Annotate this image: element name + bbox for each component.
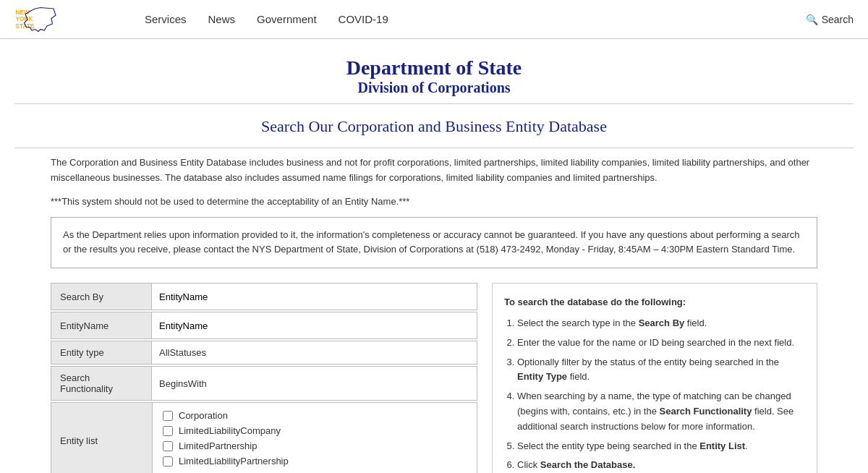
entity-type-label: Entity type — [51, 341, 152, 365]
checkbox-llc: LimitedLiabilityCompany — [163, 425, 467, 436]
checkbox-llc-label: LimitedLiabilityCompany — [179, 425, 281, 436]
checkbox-corporation-input[interactable] — [163, 411, 173, 421]
search-func-label: Search Functionality — [51, 366, 152, 401]
checkbox-llp: LimitedLiabilityPartnership — [163, 456, 467, 466]
instruction-step-4: When searching by a name, the type of ma… — [517, 389, 805, 434]
disclaimer-box: As the Department relies upon informatio… — [51, 217, 817, 269]
search-by-input[interactable] — [152, 284, 477, 310]
entity-list-row: Entity list Corporation LimitedLiability… — [51, 402, 477, 473]
checkbox-lp-label: LimitedPartnership — [179, 440, 257, 451]
checkbox-lp: LimitedPartnership — [163, 440, 467, 451]
dept-title: Department of State — [14, 56, 854, 80]
nav-government[interactable]: Government — [257, 13, 317, 25]
step3-bold: Entity Type — [517, 371, 567, 382]
entity-name-input-cell[interactable] — [152, 312, 477, 339]
instruction-box: To search the database do the following:… — [492, 283, 817, 473]
step5-bold: Entity List — [699, 440, 745, 451]
checkbox-corporation-label: Corporation — [179, 410, 228, 421]
step6-bold: Search the Database. — [540, 459, 636, 470]
header: NEW YORK STATE Services News Government … — [0, 0, 868, 39]
warning-text: ***This system should not be used to det… — [51, 196, 817, 207]
main-content: The Corporation and Business Entity Data… — [36, 148, 832, 473]
checkbox-llp-input[interactable] — [163, 456, 173, 466]
instruction-step-6: Click Search the Database. — [517, 458, 805, 473]
checkbox-corporation: Corporation — [163, 410, 467, 421]
search-func-value[interactable]: BeginsWith — [152, 366, 477, 401]
ny-state-logo: NEW YORK STATE — [14, 3, 58, 36]
entity-name-label: EntityName — [51, 312, 152, 339]
entity-name-row: EntityName — [51, 312, 477, 339]
page-header: Department of State Division of Corporat… — [0, 39, 868, 148]
form-section: Search By EntityName Entity type AllStat… — [51, 283, 477, 473]
instruction-list: Select the search type in the Search By … — [504, 316, 805, 473]
search-func-row: Search Functionality BeginsWith — [51, 366, 477, 401]
step1-bold: Search By — [639, 318, 685, 328]
form-instruction-row: Search By EntityName Entity type AllStat… — [51, 283, 817, 473]
checkbox-lp-input[interactable] — [163, 441, 173, 451]
nav-links: Services News Government COVID-19 — [130, 13, 806, 25]
search-heading: Search Our Corporation and Business Enti… — [14, 117, 854, 136]
entity-list-checks: Corporation LimitedLiabilityCompany Limi… — [153, 403, 477, 473]
instruction-step-3: Optionally filter by the status of the e… — [517, 355, 805, 385]
search-by-input-cell[interactable] — [152, 283, 477, 310]
nav-news[interactable]: News — [208, 13, 236, 25]
header-search-button[interactable]: 🔍 Search — [806, 14, 854, 25]
entity-name-input[interactable] — [152, 312, 477, 338]
svg-text:NEW: NEW — [16, 9, 30, 15]
div-title: Division of Corporations — [14, 80, 854, 96]
instruction-step-2: Enter the value for the name or ID being… — [517, 336, 805, 351]
logo-area: NEW YORK STATE — [14, 3, 130, 36]
entity-type-value[interactable]: AllStatuses — [152, 341, 477, 365]
nav-services[interactable]: Services — [145, 13, 187, 25]
checkbox-llc-input[interactable] — [163, 426, 173, 436]
search-by-row: Search By — [51, 283, 477, 310]
checkbox-llp-label: LimitedLiabilityPartnership — [179, 456, 289, 466]
svg-text:YORK: YORK — [16, 16, 33, 22]
entity-list-label: Entity list — [51, 403, 153, 473]
entity-type-row: Entity type AllStatuses — [51, 341, 477, 365]
instruction-step-1: Select the search type in the Search By … — [517, 316, 805, 331]
description-text: The Corporation and Business Entity Data… — [51, 155, 817, 186]
instruction-title: To search the database do the following: — [504, 295, 805, 310]
nav-covid[interactable]: COVID-19 — [339, 13, 388, 25]
search-by-label: Search By — [51, 283, 152, 310]
search-icon: 🔍 — [806, 14, 818, 25]
header-divider — [14, 103, 854, 104]
step4-bold: Search Functionality — [660, 406, 752, 417]
instruction-step-5: Select the entity type being searched in… — [517, 439, 805, 454]
header-search-label: Search — [822, 14, 854, 25]
